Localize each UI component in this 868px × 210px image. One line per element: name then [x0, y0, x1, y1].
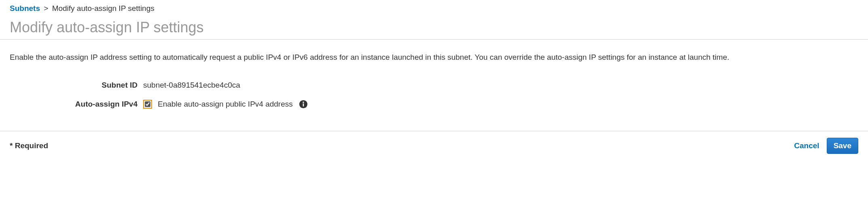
svg-point-2 — [303, 101, 304, 103]
auto-assign-ipv4-checkbox[interactable] — [145, 101, 150, 107]
footer-actions: Cancel Save — [794, 138, 858, 154]
auto-assign-ipv4-row: Auto-assign IPv4 Enable auto-assign publ… — [10, 99, 858, 109]
save-button[interactable]: Save — [827, 138, 858, 154]
info-icon[interactable] — [299, 99, 308, 109]
subnet-id-label: Subnet ID — [10, 81, 143, 90]
required-note: * Required — [10, 141, 48, 150]
breadcrumb-parent-link[interactable]: Subnets — [10, 4, 40, 13]
auto-assign-ipv4-checkbox-label: Enable auto-assign public IPv4 address — [158, 100, 293, 109]
page-title: Modify auto-assign IP settings — [0, 19, 868, 39]
breadcrumb-separator: > — [44, 4, 48, 13]
breadcrumb: Subnets > Modify auto-assign IP settings — [0, 4, 868, 19]
cancel-button[interactable]: Cancel — [794, 141, 819, 150]
form-area: Subnet ID subnet-0a891541ecbe4c0ca Auto-… — [0, 67, 868, 131]
page-description: Enable the auto-assign IP address settin… — [0, 40, 868, 67]
subnet-id-row: Subnet ID subnet-0a891541ecbe4c0ca — [10, 81, 858, 90]
auto-assign-ipv4-label: Auto-assign IPv4 — [10, 100, 143, 109]
auto-assign-ipv4-checkbox-wrapper[interactable] — [143, 100, 152, 109]
svg-rect-1 — [303, 103, 304, 106]
breadcrumb-current: Modify auto-assign IP settings — [52, 4, 155, 13]
footer: * Required Cancel Save — [0, 131, 868, 160]
subnet-id-value: subnet-0a891541ecbe4c0ca — [143, 81, 240, 90]
